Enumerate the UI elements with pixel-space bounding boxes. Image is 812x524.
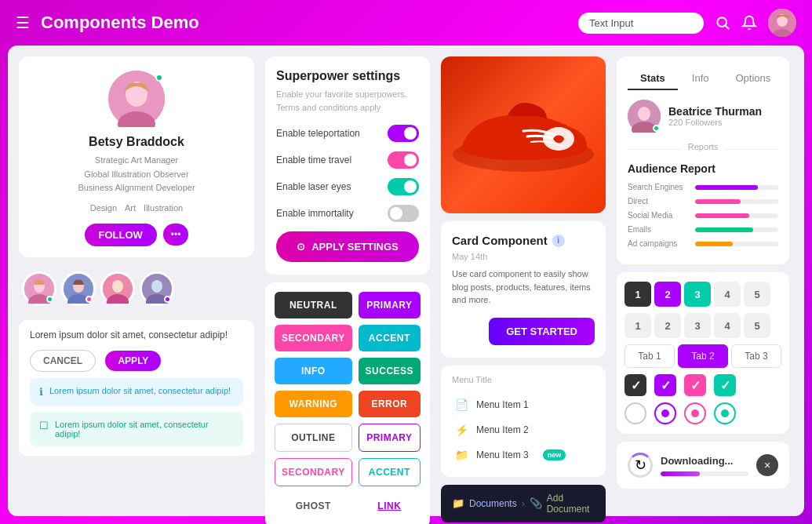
add-breadcrumb-icon: 📎 bbox=[530, 497, 542, 509]
superpower-card: Superpower settings Enable your favorite… bbox=[265, 56, 430, 275]
checkbox-1[interactable]: ✓ bbox=[624, 374, 646, 396]
toggle-time-travel[interactable] bbox=[388, 151, 419, 169]
component-desc: Use card component to easily show blog p… bbox=[452, 267, 595, 307]
btn-secondary-outline[interactable]: SECONDARY bbox=[275, 458, 352, 486]
new-badge: new bbox=[543, 449, 566, 460]
btn-outline[interactable]: OUTLINE bbox=[275, 424, 352, 452]
navbar-icons bbox=[715, 9, 796, 37]
bar-row-social: Social Media bbox=[628, 211, 778, 220]
cancel-button[interactable]: CANCEL bbox=[30, 350, 96, 372]
teal-icon: ☐ bbox=[39, 420, 49, 431]
page-4-b[interactable]: 4 bbox=[714, 313, 741, 338]
menu-title: Menu Title bbox=[452, 375, 595, 384]
more-button[interactable]: ••• bbox=[163, 224, 189, 246]
btn-success[interactable]: SUCCESS bbox=[359, 358, 421, 384]
pagination-card: 1 2 3 4 5 1 2 3 4 5 Tab 1 Tab 2 Tab 3 bbox=[617, 272, 789, 434]
user-avatar-2[interactable] bbox=[61, 271, 96, 306]
search-input[interactable] bbox=[578, 13, 704, 34]
tab-stats[interactable]: Stats bbox=[628, 67, 678, 90]
btn-neutral[interactable]: NEUTRAL bbox=[275, 292, 352, 318]
tab-profile-info: Beatrice Thurman 220 Followers bbox=[668, 105, 762, 127]
toggle-row-4: Enable immortality bbox=[276, 205, 419, 222]
column-4: Stats Info Options Beatrice Thurman 220 … bbox=[617, 56, 789, 524]
profile-avatar-wrap bbox=[108, 71, 165, 127]
page-4[interactable]: 4 bbox=[714, 282, 741, 307]
app-title: Components Demo bbox=[41, 13, 578, 33]
avatars-row bbox=[19, 265, 254, 312]
online-indicator bbox=[155, 74, 163, 82]
search-icon[interactable] bbox=[715, 15, 730, 31]
apply-button[interactable]: APPLY bbox=[105, 351, 161, 371]
user-avatar-4[interactable] bbox=[140, 271, 174, 306]
btn-link[interactable]: LINK bbox=[359, 493, 421, 519]
tab-profile-name: Beatrice Thurman bbox=[668, 105, 762, 118]
follow-button[interactable]: FOLLOW bbox=[85, 224, 157, 246]
radio-3[interactable] bbox=[684, 402, 706, 424]
menu-item-3[interactable]: 📁 Menu Item 3 new bbox=[452, 442, 595, 468]
toggle-laser-eyes[interactable] bbox=[388, 178, 419, 195]
tab-info[interactable]: Info bbox=[679, 67, 722, 90]
page-3-teal[interactable]: 3 bbox=[684, 282, 711, 307]
column-2: Superpower settings Enable your favorite… bbox=[265, 56, 430, 524]
checkbox-4[interactable]: ✓ bbox=[714, 374, 736, 396]
btn-secondary[interactable]: SECONDARY bbox=[275, 325, 352, 351]
page-1-dark[interactable]: 1 bbox=[624, 282, 651, 307]
bar-row-search: Search Engines bbox=[628, 183, 778, 191]
btn-accent[interactable]: ACCENT bbox=[359, 325, 421, 351]
radio-2[interactable] bbox=[654, 402, 676, 424]
get-started-button[interactable]: GET STARTED bbox=[489, 318, 595, 345]
bell-icon[interactable] bbox=[741, 15, 757, 31]
online-dot bbox=[653, 125, 660, 132]
page-3-b[interactable]: 3 bbox=[684, 313, 711, 338]
radio-4[interactable] bbox=[714, 402, 736, 424]
profile-actions: FOLLOW ••• bbox=[85, 224, 189, 246]
bar-row-direct: Direct bbox=[628, 197, 778, 206]
info-icon: i bbox=[552, 235, 565, 247]
user-avatar-3[interactable] bbox=[100, 271, 135, 306]
tab-options[interactable]: Options bbox=[723, 67, 783, 90]
toggle-teleportation[interactable] bbox=[388, 125, 419, 142]
page-2-purple[interactable]: 2 bbox=[654, 282, 681, 307]
btn-ghost[interactable]: GHOST bbox=[275, 493, 352, 519]
menu-icon[interactable]: ☰ bbox=[16, 13, 30, 32]
component-card: Card Component i May 14th Use card compo… bbox=[441, 221, 606, 358]
bolt-icon: ⚡ bbox=[455, 424, 468, 436]
alert-text: Lorem ipsum dolor sit amet, consectetur … bbox=[30, 329, 243, 340]
tab-profile: Beatrice Thurman 220 Followers bbox=[628, 100, 778, 133]
page-5[interactable]: 5 bbox=[744, 282, 770, 307]
user-avatar-1[interactable] bbox=[22, 271, 56, 306]
profile-card: Betsy Braddock Strategic Art Manager Glo… bbox=[19, 56, 254, 257]
alert-card: Lorem ipsum dolor sit amet, consectetur … bbox=[19, 320, 254, 456]
radio-1[interactable] bbox=[624, 402, 646, 424]
btn-error[interactable]: ERROR bbox=[359, 391, 421, 417]
btn-warning[interactable]: WARNING bbox=[275, 391, 352, 417]
tab2-tab1[interactable]: Tab 1 bbox=[624, 344, 675, 368]
breadcrumb-add-document[interactable]: Add Document bbox=[547, 493, 595, 515]
toggle-immortality[interactable] bbox=[388, 205, 419, 222]
toggle-row-3: Enable laser eyes bbox=[276, 178, 419, 195]
profile-roles: Strategic Art Manager Global Illustratio… bbox=[78, 154, 195, 195]
column-1: Betsy Braddock Strategic Art Manager Glo… bbox=[19, 56, 254, 524]
page-5-b[interactable]: 5 bbox=[744, 313, 770, 338]
menu-item-1[interactable]: 📄 Menu Item 1 bbox=[452, 392, 595, 417]
breadcrumb-documents[interactable]: Documents bbox=[469, 498, 517, 509]
apply-settings-button[interactable]: ⊙ APPLY SETTINGS bbox=[276, 231, 419, 262]
folder-icon: 📁 bbox=[455, 449, 468, 461]
btn-accent-outline[interactable]: ACCENT bbox=[359, 458, 421, 486]
btn-primary[interactable]: PRIMARY bbox=[359, 292, 421, 318]
checkbox-3[interactable]: ✓ bbox=[684, 374, 706, 396]
menu-item-2[interactable]: ⚡ Menu Item 2 bbox=[452, 417, 595, 442]
profile-tags: Design Art Illustration bbox=[90, 203, 183, 213]
menu-card: Menu Title 📄 Menu Item 1 ⚡ Menu Item 2 📁… bbox=[441, 366, 606, 477]
radio-dot-2 bbox=[661, 409, 669, 417]
avatar[interactable] bbox=[768, 9, 796, 37]
checkbox-2[interactable]: ✓ bbox=[654, 374, 676, 396]
page-2-b[interactable]: 2 bbox=[654, 313, 681, 338]
tab2-tab2[interactable]: Tab 2 bbox=[678, 344, 728, 368]
btn-primary-outline[interactable]: PRIMARY bbox=[359, 424, 421, 452]
page-1-b[interactable]: 1 bbox=[624, 313, 651, 338]
close-download-button[interactable]: × bbox=[756, 454, 778, 476]
bar-row-email: Emails bbox=[628, 225, 778, 234]
btn-info[interactable]: INFO bbox=[275, 358, 352, 384]
tab2-tab3[interactable]: Tab 3 bbox=[731, 344, 781, 368]
